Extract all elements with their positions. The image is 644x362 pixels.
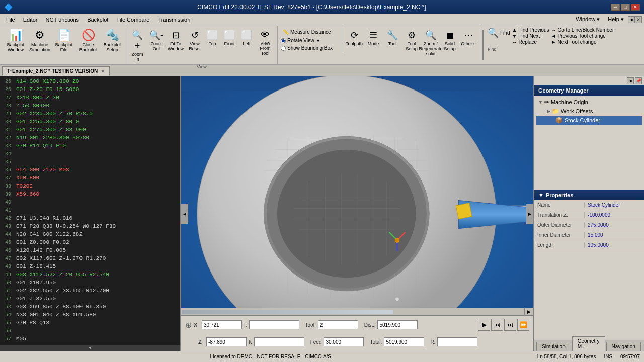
machine-simulation-btn[interactable]: ⚙ MachineSimulation bbox=[28, 27, 51, 56]
tool-setup-label: ToolSetup bbox=[406, 42, 418, 52]
expand-icon-machine-origin: ▼ bbox=[538, 100, 543, 105]
code-line: 33G70 P14 Q19 F10 bbox=[0, 142, 180, 150]
menu-file[interactable]: File bbox=[2, 16, 19, 24]
tool-display-label: Tool: bbox=[305, 322, 316, 328]
feed-input[interactable] bbox=[324, 337, 364, 346]
tree-item-work-offsets[interactable]: ▶ 📁 Work Offsets bbox=[536, 107, 642, 116]
viewport[interactable]: ◄ ► ▶ ⊕ X I: Tool: Dist.: ▶ ⏮ bbox=[181, 76, 533, 351]
coord-bottom-row: Z K Feed Total: R: bbox=[181, 334, 533, 350]
machine-origin-icon: ✏ bbox=[544, 99, 549, 106]
line-text: N28 G41 G00 X122.682 bbox=[14, 231, 180, 237]
code-scroll-down[interactable]: ▼ bbox=[0, 345, 180, 351]
code-line: 47G02 X117.602 Z-1.270 R1.270 bbox=[0, 254, 180, 262]
other-btn[interactable]: ⋯ Other← bbox=[460, 28, 478, 58]
rotate-view-radio[interactable]: Rotate View ▾ bbox=[281, 38, 340, 43]
viewport-collapse-left[interactable]: ◄ bbox=[181, 204, 188, 224]
total-input[interactable] bbox=[384, 337, 424, 346]
tab-simulation[interactable]: Simulation bbox=[536, 342, 571, 351]
line-number: 44 bbox=[0, 232, 14, 237]
minimize-btn[interactable]: ─ bbox=[611, 4, 620, 11]
line-text: G01 X250.800 Z-80.0 bbox=[14, 119, 180, 125]
zoom-out-btn[interactable]: 🔍- ZoomOut bbox=[147, 28, 166, 64]
tab-navigation[interactable]: Navigation bbox=[606, 342, 641, 351]
maximize-btn[interactable]: □ bbox=[621, 4, 630, 11]
rotate-dropdown-icon[interactable]: ▾ bbox=[317, 38, 319, 43]
step-back-btn[interactable]: ⏮ bbox=[491, 319, 503, 331]
line-number: 38 bbox=[0, 184, 14, 189]
toolpath-btn[interactable]: ⟳ Toolpath bbox=[345, 28, 363, 58]
front-view-btn[interactable]: ⬜ Front bbox=[221, 28, 238, 64]
code-line: 29G02 X230.800 Z-70 R28.0 bbox=[0, 110, 180, 118]
tree-item-stock-cylinder[interactable]: 📦 Stock Cylinder bbox=[536, 116, 642, 125]
solid-setup-btn[interactable]: ◼ SolidSetup bbox=[441, 28, 459, 58]
find-previous-btn[interactable]: ▲ Find Previous bbox=[512, 27, 549, 33]
line-number: 36 bbox=[0, 167, 14, 173]
code-line: 48G01 Z-18.415 bbox=[0, 262, 180, 270]
close-btn[interactable]: ✕ bbox=[631, 4, 640, 11]
goto-line-btn[interactable]: → Go to Line/Block Number bbox=[551, 27, 614, 33]
menu-transmission[interactable]: Transmission bbox=[153, 16, 194, 24]
fit-window-btn[interactable]: ⊡ Fit ToWindow bbox=[167, 28, 185, 64]
code-line: 27X210.800 Z-30 bbox=[0, 94, 180, 102]
close-backplot-btn[interactable]: 🚫 CloseBackplot bbox=[76, 27, 100, 56]
dist-input[interactable] bbox=[377, 320, 418, 329]
toolbar-group-backplot: 📊 BackplotWindow ⚙ MachineSimulation 📄 B… bbox=[2, 26, 126, 64]
view-reset-btn[interactable]: ↺ ViewReset bbox=[186, 28, 204, 64]
fast-forward-btn[interactable]: ⏩ bbox=[517, 319, 529, 331]
menu-help[interactable]: Help ▾ bbox=[604, 15, 628, 24]
close-backplot-label: CloseBackplot bbox=[79, 43, 97, 53]
playback-controls[interactable]: ▶ ⏮ ⏭ ⏩ bbox=[478, 319, 529, 331]
x-input[interactable] bbox=[202, 320, 242, 329]
view-from-tool-btn[interactable]: 👁 View FromTool bbox=[255, 28, 275, 64]
prev-tool-change-btn[interactable]: ◄ Previous Tool change bbox=[551, 33, 614, 39]
status-time: 09:57:07 bbox=[620, 354, 640, 359]
code-line: 44N28 G41 G00 X122.682 bbox=[0, 230, 180, 238]
main-tab[interactable]: T↑Example_2.NC * TESTING VERSION ✕ bbox=[2, 66, 110, 76]
gm-prev-btn[interactable]: ◄ bbox=[627, 77, 634, 84]
panel-prev-btn[interactable]: ◄ bbox=[628, 16, 635, 23]
z-input[interactable] bbox=[206, 337, 247, 346]
backplot-setup-btn[interactable]: 🔩 BackplotSetup bbox=[101, 27, 124, 56]
i-input[interactable] bbox=[249, 320, 299, 329]
menu-editor[interactable]: Editor bbox=[19, 16, 42, 24]
bounding-box-radio[interactable]: Show Bounding Box bbox=[281, 45, 340, 51]
zoom-in-btn[interactable]: 🔍+ ZoomIn bbox=[128, 28, 146, 64]
total-label: Total: bbox=[370, 339, 382, 345]
menu-backplot[interactable]: Backplot bbox=[83, 16, 112, 24]
mode-btn[interactable]: ☰ Mode bbox=[364, 28, 382, 58]
play-btn[interactable]: ▶ bbox=[478, 319, 490, 331]
tab-geometry-manager[interactable]: Geometry M... bbox=[572, 336, 605, 351]
menu-nc-functions[interactable]: NC Functions bbox=[41, 16, 83, 24]
tool-setup-btn[interactable]: ⚙ ToolSetup bbox=[403, 28, 421, 58]
window-controls[interactable]: ─ □ ✕ bbox=[611, 4, 640, 11]
menu-window[interactable]: Window ▾ bbox=[572, 15, 604, 24]
tab-variables[interactable]: Variables bbox=[642, 342, 644, 351]
main-tab-close[interactable]: ✕ bbox=[101, 69, 105, 74]
line-number: 25 bbox=[0, 79, 14, 84]
replace-btn[interactable]: ↔ Replace bbox=[512, 39, 549, 45]
properties-collapse-icon[interactable]: ▼ bbox=[538, 192, 544, 198]
step-forward-btn[interactable]: ⏭ bbox=[504, 319, 516, 331]
find-next-btn[interactable]: ▼ Find Next bbox=[512, 33, 549, 39]
r-input[interactable] bbox=[437, 337, 477, 346]
tree-item-machine-origin[interactable]: ▼ ✏ Machine Origin bbox=[536, 98, 642, 107]
tool-btn[interactable]: 🔧 Tool bbox=[383, 28, 401, 58]
panel-close-btn[interactable]: ✕ bbox=[635, 16, 642, 23]
zoom-regenerate-btn[interactable]: 🔍 Zoom /Regenerate solid bbox=[422, 28, 440, 58]
code-content[interactable]: 25N14 G00 X170.800 Z026G01 Z-20 F0.15 S0… bbox=[0, 76, 180, 345]
menu-bar: File Editor NC Functions Backplot File C… bbox=[0, 14, 644, 25]
tool-input[interactable] bbox=[318, 320, 358, 329]
gm-pin-btn[interactable]: 📌 bbox=[635, 77, 642, 84]
progress-end-btn[interactable]: ▶ bbox=[524, 308, 533, 315]
top-view-btn[interactable]: ⬜ Top bbox=[205, 28, 220, 64]
next-tool-change-btn[interactable]: ► Next Tool change bbox=[551, 39, 614, 45]
menu-file-compare[interactable]: File Compare bbox=[112, 16, 153, 24]
backplot-window-btn[interactable]: 📊 BackplotWindow bbox=[4, 27, 27, 56]
measure-distance-btn[interactable]: 📏 Measure Distance bbox=[281, 28, 340, 36]
viewport-collapse-right[interactable]: ► bbox=[526, 204, 533, 224]
find-btn[interactable]: 🔍 Find bbox=[488, 27, 510, 38]
k-input[interactable] bbox=[254, 337, 304, 346]
progress-bar[interactable]: ▶ bbox=[181, 308, 533, 315]
backplot-file-btn[interactable]: 📄 BackplotFile bbox=[52, 27, 75, 56]
left-view-btn[interactable]: ⬜ Left bbox=[239, 28, 254, 64]
